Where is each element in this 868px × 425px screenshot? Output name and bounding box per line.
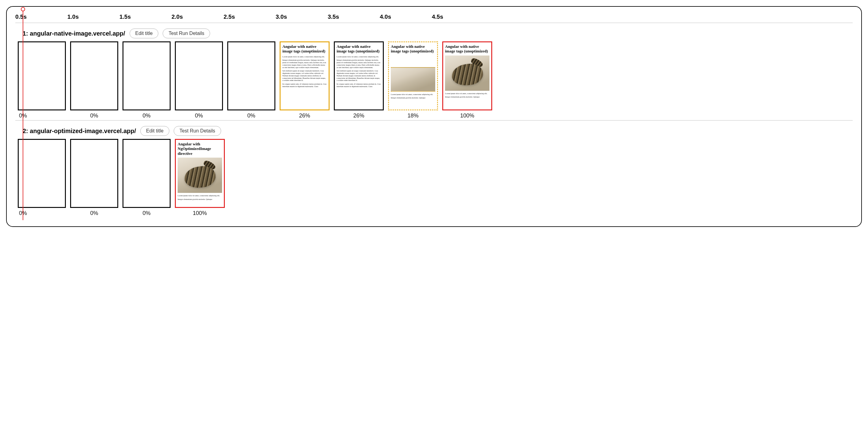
thumbnail-text[interactable]: Angular with native image tags (unoptimi… (280, 41, 330, 110)
thumbnail-blank[interactable] (70, 41, 118, 110)
thumb-heading: Angular with NgOptimizedImage directive (178, 142, 222, 156)
timeline-tick: 2.5s (224, 13, 276, 20)
thumbnail-blank[interactable] (123, 139, 170, 208)
thumb-para: Lorem ipsum dolor sit amet, consectetur … (337, 56, 381, 58)
visual-complete-pct: 0% (70, 113, 118, 119)
thumbnail-blank[interactable] (18, 41, 66, 110)
test-run-details-button[interactable]: Test Run Details (174, 126, 221, 136)
frame: 0% (123, 139, 170, 217)
frame: Angular with NgOptimizedImage directive … (175, 139, 225, 217)
visual-complete-pct: 26% (334, 113, 384, 119)
visual-complete-pct: 18% (388, 113, 438, 119)
test-run-details-button[interactable]: Test Run Details (163, 29, 210, 38)
visual-complete-pct: 0% (227, 113, 275, 119)
thumb-para: Integer elementum gravida molestie. Quis… (391, 96, 435, 99)
timeline-tick: 2.0s (172, 13, 224, 20)
filmstrip-row-2: 0% 0% 0% Angular with NgOptimizedImage d… (15, 139, 853, 217)
visual-complete-pct: 100% (442, 113, 492, 119)
thumbnail-complete[interactable]: Angular with native image tags (unoptimi… (442, 41, 492, 110)
thumbnail-blank[interactable] (70, 139, 118, 208)
thumbnail-blank[interactable] (175, 41, 223, 110)
thumb-para: Sed eleifend sapien sit neque venenatis … (337, 69, 381, 82)
timeline-tick: 3.0s (276, 13, 328, 20)
frame: 0% (70, 139, 118, 217)
playhead-line[interactable] (23, 9, 23, 220)
run-header-2: 2: angular-optimized-image.vercel.app/ E… (15, 125, 853, 139)
thumbnail-blank[interactable] (227, 41, 275, 110)
thumb-image (178, 158, 222, 193)
thumb-heading: Angular with native image tags (unoptimi… (282, 44, 327, 54)
thumb-para: In congue sapien sem, id vulputate metus… (337, 83, 381, 88)
edit-title-button[interactable]: Edit title (129, 29, 159, 38)
frame: Angular with native image tags (unoptimi… (388, 41, 438, 119)
timeline-tick: 1.0s (67, 13, 119, 20)
frame: 0% (18, 41, 66, 119)
visual-complete-pct: 0% (70, 210, 118, 217)
visual-complete-pct: 0% (123, 210, 170, 217)
frame: 0% (18, 139, 66, 217)
thumb-para: Integer elementum gravida molestie. Quis… (282, 59, 327, 68)
visual-complete-pct: 0% (18, 210, 66, 217)
frame: 0% (123, 41, 170, 119)
thumb-image (445, 56, 490, 91)
frame: Angular with native image tags (unoptimi… (442, 41, 492, 119)
thumb-para: In congue sapien sem, id vulputate metus… (282, 83, 327, 88)
filmstrip-row-1: 0% 0% 0% 0% 0% Angular with native image… (15, 41, 853, 119)
thumb-para: Lorem ipsum dolor sit amet, consectetur … (391, 93, 435, 96)
thumbnail-text[interactable]: Angular with native image tags (unoptimi… (334, 41, 384, 110)
thumb-para: Lorem ipsum dolor sit amet, consectetur … (178, 194, 222, 197)
visual-complete-pct: 100% (175, 210, 225, 217)
frame: 0% (70, 41, 118, 119)
visual-complete-pct: 0% (18, 113, 66, 119)
thumb-image-loading (391, 67, 435, 92)
thumb-para: Lorem ipsum dolor sit amet, consectetur … (445, 92, 490, 95)
timeline-ruler: 0.5s 1.0s 1.5s 2.0s 2.5s 3.0s 3.5s 4.0s … (15, 13, 853, 23)
frame: 0% (175, 41, 223, 119)
thumb-para: Integer elementum gravida molestie. Quis… (178, 198, 222, 201)
timeline-tick: 4.0s (380, 13, 432, 20)
thumb-heading: Angular with native image tags (unoptimi… (445, 44, 490, 54)
thumb-para: Lorem ipsum dolor sit amet, consectetur … (282, 56, 327, 58)
thumb-heading: Angular with native image tags (unoptimi… (391, 44, 435, 54)
playhead-knob[interactable] (21, 7, 25, 11)
thumbnail-partial[interactable]: Angular with native image tags (unoptimi… (388, 41, 438, 110)
filmstrip-panel: 0.5s 1.0s 1.5s 2.0s 2.5s 3.0s 3.5s 4.0s … (6, 6, 862, 227)
frame: 0% (227, 41, 275, 119)
thumbnail-blank[interactable] (18, 139, 66, 208)
visual-complete-pct: 0% (175, 113, 223, 119)
visual-complete-pct: 0% (123, 113, 170, 119)
timeline-tick: 3.5s (328, 13, 380, 20)
thumbnail-blank[interactable] (123, 41, 170, 110)
run-separator (15, 120, 853, 120)
visual-complete-pct: 26% (280, 113, 330, 119)
timeline-tick: 4.5s (432, 13, 484, 20)
run-header-1: 1: angular-native-image.vercel.app/ Edit… (15, 27, 853, 41)
cat-illustration (450, 62, 484, 87)
run-title: 1: angular-native-image.vercel.app/ (23, 30, 125, 37)
thumb-para: Integer elementum gravida molestie. Quis… (337, 59, 381, 68)
run-title: 2: angular-optimized-image.vercel.app/ (23, 128, 136, 135)
thumb-para: Sed eleifend sapien sit neque venenatis … (282, 69, 327, 82)
frame: Angular with native image tags (unoptimi… (334, 41, 384, 119)
thumb-heading: Angular with native image tags (unoptimi… (337, 44, 381, 54)
thumbnail-complete[interactable]: Angular with NgOptimizedImage directive … (175, 139, 225, 208)
thumb-para: Integer elementum gravida molestie. Quis… (445, 96, 490, 98)
frame: Angular with native image tags (unoptimi… (280, 41, 330, 119)
timeline-tick: 1.5s (119, 13, 172, 20)
edit-title-button[interactable]: Edit title (140, 126, 169, 136)
